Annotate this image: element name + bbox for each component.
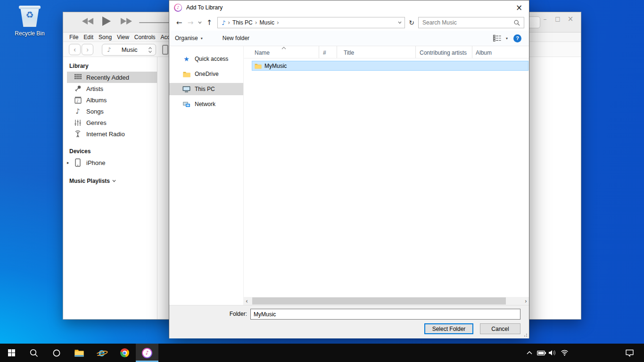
new-folder-button[interactable]: New folder — [223, 35, 249, 41]
recycle-bin-icon: ♻ — [18, 5, 41, 28]
wifi-icon[interactable] — [559, 344, 570, 362]
recycle-symbol-icon: ♻ — [18, 9, 41, 20]
caret-down-icon: ▾ — [201, 36, 203, 41]
iphone-device-button[interactable] — [162, 45, 168, 55]
select-folder-button[interactable]: Select Folder — [424, 323, 473, 334]
chevron-down-icon — [112, 180, 116, 182]
cancel-button[interactable]: Cancel — [480, 323, 520, 334]
sidebar-item-iphone[interactable]: ▸ iPhone — [63, 157, 157, 168]
organise-button[interactable]: Organise ▾ — [175, 35, 203, 41]
search-box[interactable] — [418, 17, 524, 28]
dialog-nav-pane: ★ Quick access OneDrive This PC — [169, 46, 243, 305]
menu-view[interactable]: View — [117, 34, 129, 41]
nav-label: This PC — [195, 86, 215, 92]
search-input[interactable] — [422, 19, 514, 26]
menu-file[interactable]: File — [69, 34, 78, 41]
sidebar-item-genres[interactable]: Genres — [63, 117, 157, 128]
nav-label: Quick access — [195, 56, 228, 62]
menu-controls[interactable]: Controls — [134, 34, 156, 41]
album-icon: ♪ — [74, 97, 82, 104]
dialog-close-button[interactable]: × — [513, 1, 525, 14]
sidebar-label: Artists — [86, 85, 103, 92]
battery-icon[interactable] — [536, 344, 547, 362]
network-icon — [182, 101, 190, 107]
sidebar-item-artists[interactable]: Artists — [63, 83, 157, 94]
up-button[interactable]: ↑ — [204, 18, 215, 27]
itunes-maximize-button[interactable]: □ — [553, 14, 562, 24]
file-explorer-button[interactable] — [68, 344, 91, 362]
nav-label: Network — [195, 101, 215, 107]
taskbar: e ♪ — [0, 344, 644, 362]
start-button[interactable] — [0, 344, 23, 362]
recycle-bin-shortcut[interactable]: ♻ Recycle Bin — [8, 5, 51, 37]
itunes-back-button[interactable]: ‹ — [69, 44, 81, 55]
horizontal-scrollbar[interactable]: ‹ › — [244, 297, 529, 305]
folder-icon — [255, 63, 262, 69]
column-header-title[interactable]: Title — [337, 46, 416, 58]
taskbar-search-button[interactable] — [23, 344, 45, 362]
search-icon — [30, 349, 38, 357]
view-mode-icon[interactable] — [493, 35, 501, 41]
breadcrumb-music[interactable]: Music — [260, 19, 274, 26]
refresh-button[interactable]: ↻ — [406, 19, 417, 26]
folder-name-input[interactable] — [250, 309, 520, 320]
column-header-row: Name # Title Contributing artists Album — [244, 46, 529, 58]
recent-locations-chevron[interactable] — [197, 21, 203, 24]
nav-item-this-pc[interactable]: This PC — [169, 83, 243, 95]
volume-icon[interactable] — [547, 344, 558, 362]
cortana-circle-icon — [53, 349, 60, 357]
column-header-contributing-artists[interactable]: Contributing artists — [416, 46, 472, 58]
sidebar-item-songs[interactable]: ♪ Songs — [63, 106, 157, 117]
scrollbar-thumb[interactable] — [252, 297, 506, 304]
dialog-title: Add To Library — [186, 4, 223, 11]
music-playlists-header[interactable]: Music Playlists — [63, 168, 157, 187]
view-mode-caret-icon[interactable]: ▾ — [506, 36, 508, 41]
file-row-mymusic[interactable]: MyMusic — [252, 61, 528, 71]
sidebar-item-albums[interactable]: ♪ Albums — [63, 94, 157, 106]
tray-show-hidden-icons-chevron[interactable] — [524, 344, 535, 362]
expander-icon[interactable]: ▸ — [67, 160, 69, 165]
volume-slider[interactable] — [139, 22, 170, 23]
address-dropdown-chevron[interactable] — [398, 21, 402, 24]
chrome-button[interactable] — [113, 344, 136, 362]
nav-item-network[interactable]: Network — [169, 98, 243, 110]
scrollbar-track[interactable] — [250, 297, 523, 305]
back-button[interactable]: ← — [174, 18, 184, 27]
breadcrumb-this-pc[interactable]: This PC — [232, 19, 253, 26]
scroll-left-arrow[interactable]: ‹ — [244, 298, 250, 304]
rewind-button[interactable] — [82, 17, 94, 25]
itunes-forward-button[interactable]: › — [82, 44, 93, 55]
column-header-album[interactable]: Album — [472, 46, 529, 58]
forward-button[interactable]: → — [185, 18, 196, 27]
menu-song[interactable]: Song — [99, 34, 112, 41]
radio-antenna-icon — [74, 130, 82, 138]
address-box[interactable]: ♪ › This PC › Music › — [217, 17, 405, 28]
play-button[interactable] — [102, 16, 111, 26]
sidebar-item-internet-radio[interactable]: Internet Radio — [63, 128, 157, 140]
fast-forward-button[interactable] — [121, 17, 133, 25]
internet-explorer-button[interactable]: e — [91, 344, 113, 362]
column-header-number[interactable]: # — [319, 46, 337, 58]
chrome-icon — [120, 348, 129, 357]
itunes-icon-note: ♪ — [143, 349, 151, 357]
sidebar-label: Albums — [86, 97, 107, 104]
scroll-right-arrow[interactable]: › — [523, 298, 529, 304]
cortana-button[interactable] — [45, 344, 68, 362]
folder-label: Folder: — [169, 311, 247, 317]
menu-edit[interactable]: Edit — [83, 34, 93, 41]
resize-grip[interactable] — [523, 332, 528, 337]
nav-item-onedrive[interactable]: OneDrive — [169, 68, 243, 80]
media-kind-dropdown[interactable]: ♪ Music — [102, 44, 156, 56]
genres-icon — [74, 119, 82, 126]
itunes-minimize-button[interactable]: – — [540, 14, 550, 24]
nav-item-quick-access[interactable]: ★ Quick access — [169, 53, 243, 65]
dialog-titlebar[interactable]: ♪ Add To Library × — [169, 0, 529, 15]
file-list[interactable]: MyMusic — [244, 58, 529, 297]
help-button[interactable]: ? — [513, 34, 521, 42]
itunes-close-button[interactable]: × — [566, 14, 575, 24]
sidebar-item-recently-added[interactable]: Recently Added — [67, 72, 157, 83]
music-note-icon: ♪ — [107, 46, 111, 53]
add-to-library-dialog: ♪ Add To Library × ← → ↑ ♪ › This PC › M… — [169, 0, 529, 338]
itunes-taskbar-button[interactable]: ♪ — [136, 344, 158, 362]
action-center-icon[interactable] — [621, 344, 637, 362]
